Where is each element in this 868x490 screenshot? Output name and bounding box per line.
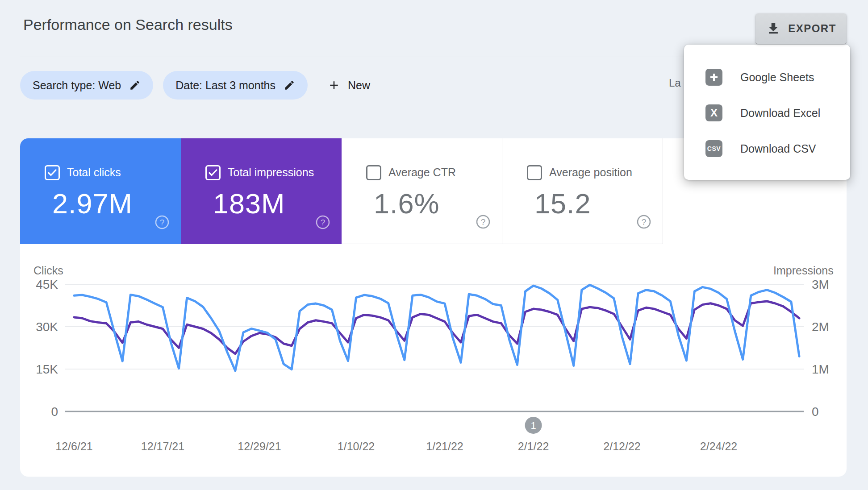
metric-label: Average position bbox=[549, 166, 632, 179]
metric-cards-row: Total clicks 2.97M ? Total impressions 1… bbox=[20, 138, 663, 244]
x-axis-date-label: 2/1/22 bbox=[518, 440, 549, 453]
last-updated-truncated-text: La bbox=[669, 77, 681, 89]
edit-pencil-icon bbox=[129, 79, 141, 91]
svg-text:?: ? bbox=[481, 217, 486, 227]
y-axis-tick-right: 3M bbox=[812, 278, 829, 292]
search-type-chip-label: Search type: Web bbox=[33, 79, 121, 92]
metric-card-average-position[interactable]: Average position 15.2 ? bbox=[502, 138, 663, 244]
metric-value: 1.6% bbox=[374, 187, 440, 220]
svg-text:?: ? bbox=[642, 217, 647, 227]
menu-item-download-excel[interactable]: X Download Excel bbox=[684, 95, 850, 131]
y-axis-tick-right: 2M bbox=[812, 320, 829, 334]
left-axis-title: Clicks bbox=[33, 264, 63, 277]
performance-page: Performance on Search results EXPORT La … bbox=[0, 0, 868, 490]
x-axis-date-label: 1/10/22 bbox=[338, 440, 375, 453]
export-dropdown-menu: Google Sheets X Download Excel CSV Downl… bbox=[684, 45, 850, 180]
help-icon[interactable]: ? bbox=[154, 215, 170, 232]
new-filter-label: New bbox=[348, 79, 370, 92]
metric-value: 2.97M bbox=[52, 187, 133, 220]
download-icon bbox=[766, 21, 781, 36]
metric-card-total-clicks[interactable]: Total clicks 2.97M ? bbox=[20, 138, 181, 244]
menu-item-label: Download CSV bbox=[740, 142, 816, 155]
x-axis-date-label: 12/17/21 bbox=[141, 440, 184, 453]
y-axis-tick-left: 30K bbox=[17, 320, 58, 334]
page-title: Performance on Search results bbox=[23, 16, 233, 33]
x-axis-date-label: 2/12/22 bbox=[603, 440, 640, 453]
sheets-icon bbox=[705, 69, 722, 86]
y-axis-tick-left: 0 bbox=[17, 405, 58, 419]
export-button-label: EXPORT bbox=[788, 22, 836, 35]
checkbox-checked-icon[interactable] bbox=[205, 165, 221, 180]
metric-card-total-impressions[interactable]: Total impressions 183M ? bbox=[181, 138, 342, 244]
filter-row: Search type: Web Date: Last 3 months New bbox=[20, 71, 370, 100]
help-icon[interactable]: ? bbox=[476, 214, 491, 231]
y-axis-tick-left: 15K bbox=[17, 362, 58, 377]
date-range-chip-label: Date: Last 3 months bbox=[175, 79, 275, 92]
x-axis-date-label: 12/29/21 bbox=[238, 440, 281, 453]
checkbox-unchecked-icon[interactable] bbox=[527, 165, 542, 180]
y-axis-tick-left: 45K bbox=[17, 278, 58, 292]
export-button[interactable]: EXPORT bbox=[755, 13, 847, 44]
edit-pencil-icon bbox=[284, 79, 295, 91]
metric-label: Average CTR bbox=[388, 166, 456, 179]
y-axis-tick-right: 0 bbox=[812, 405, 819, 419]
search-type-chip[interactable]: Search type: Web bbox=[20, 71, 153, 100]
csv-icon: CSV bbox=[705, 140, 722, 157]
help-icon[interactable]: ? bbox=[315, 215, 330, 232]
content-panel: Total clicks 2.97M ? Total impressions 1… bbox=[20, 138, 847, 477]
date-range-chip[interactable]: Date: Last 3 months bbox=[163, 71, 308, 100]
metric-label: Total clicks bbox=[67, 166, 121, 179]
metric-value: 183M bbox=[213, 187, 285, 220]
new-filter-button[interactable]: New bbox=[327, 79, 370, 92]
menu-item-label: Google Sheets bbox=[740, 71, 814, 84]
svg-text:?: ? bbox=[321, 218, 326, 227]
metric-label: Total impressions bbox=[228, 166, 314, 179]
x-axis-date-label: 2/24/22 bbox=[700, 440, 737, 453]
checkbox-unchecked-icon[interactable] bbox=[366, 165, 381, 180]
svg-text:?: ? bbox=[160, 218, 165, 227]
menu-item-google-sheets[interactable]: Google Sheets bbox=[684, 59, 850, 95]
right-axis-title: Impressions bbox=[773, 264, 834, 277]
plus-icon bbox=[327, 79, 341, 92]
checkbox-checked-icon[interactable] bbox=[45, 165, 60, 180]
metric-value: 15.2 bbox=[534, 187, 591, 220]
excel-icon: X bbox=[705, 104, 722, 121]
y-axis-tick-right: 1M bbox=[812, 362, 829, 377]
menu-item-download-csv[interactable]: CSV Download CSV bbox=[684, 131, 850, 166]
menu-item-label: Download Excel bbox=[740, 107, 820, 120]
x-axis-date-label: 12/6/21 bbox=[55, 440, 92, 453]
metric-card-average-ctr[interactable]: Average CTR 1.6% ? bbox=[342, 138, 502, 244]
help-icon[interactable]: ? bbox=[636, 214, 651, 231]
x-axis-date-label: 1/21/22 bbox=[426, 440, 463, 453]
